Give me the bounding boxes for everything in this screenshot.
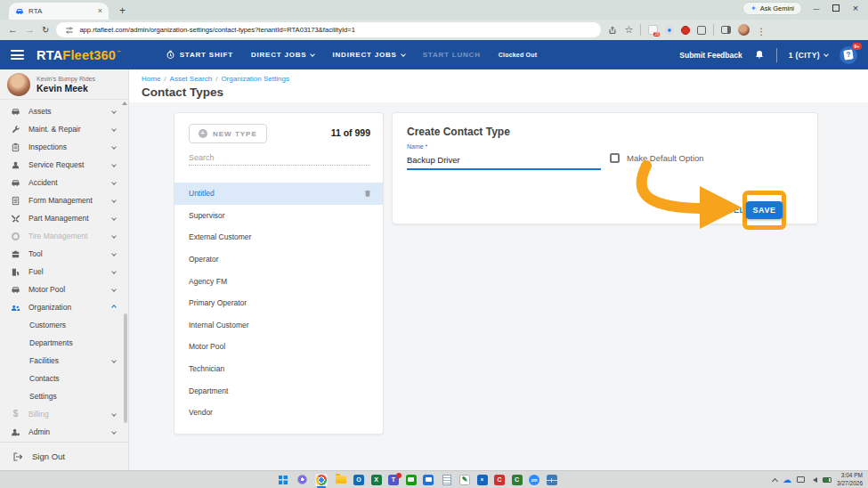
list-item[interactable]: Motor Pool bbox=[174, 336, 383, 358]
help-button[interactable]: 9+ bbox=[840, 46, 857, 64]
reload-button[interactable]: ↻ bbox=[42, 26, 49, 35]
list-item[interactable]: Internal Customer bbox=[174, 314, 383, 337]
brand-rta: RTA bbox=[37, 48, 62, 62]
onedrive-cloud-icon[interactable] bbox=[783, 476, 791, 484]
address-bar[interactable]: app.rtafleet.com/admin/organization-sett… bbox=[56, 22, 601, 37]
camtasia-red-icon[interactable] bbox=[494, 475, 505, 485]
sidebar-item-assets[interactable]: Assets bbox=[0, 102, 128, 120]
start-button[interactable] bbox=[277, 474, 289, 486]
calculator-icon[interactable] bbox=[547, 475, 557, 485]
sidebar-item-customers[interactable]: Customers bbox=[0, 316, 128, 334]
sidebar-item-service-request[interactable]: Service Request bbox=[0, 156, 128, 174]
teams-icon[interactable] bbox=[388, 475, 399, 485]
editor-app-icon[interactable] bbox=[459, 475, 470, 485]
file-explorer-icon[interactable] bbox=[335, 474, 347, 486]
extension-icon-1[interactable]: 28 bbox=[648, 25, 658, 35]
breadcrumb-organization-settings[interactable]: Organization Settings bbox=[221, 75, 289, 83]
zoom-app-icon[interactable] bbox=[529, 475, 539, 485]
bookmark-star-icon[interactable] bbox=[624, 25, 633, 35]
browser-tab[interactable]: RTA bbox=[9, 3, 109, 20]
extension-icon-2[interactable] bbox=[665, 26, 674, 35]
list-item-untitled[interactable]: Untitled bbox=[174, 183, 383, 205]
submit-feedback-button[interactable]: Submit Feedback bbox=[679, 51, 742, 60]
sidebar-item-billing[interactable]: $Billing bbox=[0, 405, 128, 423]
sidebar-item-accident[interactable]: Accident bbox=[0, 174, 128, 191]
camtasia-green-icon[interactable] bbox=[512, 475, 523, 485]
checkbox[interactable] bbox=[610, 153, 620, 163]
browser-menu-icon[interactable] bbox=[757, 22, 766, 38]
sidebar-item-organization[interactable]: Organization bbox=[0, 298, 128, 316]
sidebar-item-contacts[interactable]: Contacts bbox=[0, 370, 128, 387]
sidebar-item-maint-repair[interactable]: Maint. & Repair bbox=[0, 120, 128, 138]
back-button[interactable]: ← bbox=[8, 25, 18, 35]
start-shift-button[interactable]: START SHIFT bbox=[166, 50, 233, 60]
list-item[interactable]: Operator bbox=[174, 248, 383, 271]
tray-expand-chevron-icon[interactable] bbox=[772, 477, 778, 484]
list-item[interactable]: Supervisor bbox=[174, 205, 383, 227]
sidebar-item-motor-pool[interactable]: Motor Pool bbox=[0, 281, 128, 298]
side-panel-icon[interactable] bbox=[721, 26, 731, 34]
sidebar-item-part-management[interactable]: Part Management bbox=[0, 209, 128, 227]
list-item[interactable]: Technician bbox=[174, 358, 383, 380]
battery-icon[interactable] bbox=[823, 477, 831, 483]
display-tray-icon[interactable] bbox=[797, 476, 805, 483]
breadcrumb-home[interactable]: Home bbox=[142, 75, 160, 83]
sidebar-item-tire-management[interactable]: Tire Management bbox=[0, 227, 128, 245]
taskbar-clock[interactable]: 3:04 PM 3/27/2026 bbox=[837, 472, 863, 488]
trash-icon[interactable] bbox=[363, 189, 372, 198]
sidebar-item-inspections[interactable]: Inspections bbox=[0, 138, 128, 156]
close-tab-icon[interactable] bbox=[98, 7, 102, 15]
extensions-puzzle-icon[interactable] bbox=[697, 26, 706, 35]
browser-profile-avatar[interactable] bbox=[738, 24, 750, 36]
breadcrumb-asset-search[interactable]: Asset Search bbox=[170, 75, 213, 83]
sidebar-item-departments[interactable]: Departments bbox=[0, 334, 128, 352]
url-text[interactable]: app.rtafleet.com/admin/organization-sett… bbox=[79, 26, 355, 34]
sign-out-button[interactable]: Sign Out bbox=[0, 442, 128, 470]
scrollbar-thumb[interactable] bbox=[124, 313, 128, 423]
notifications-bell-icon[interactable] bbox=[754, 50, 765, 61]
sidebar-item-admin[interactable]: Admin bbox=[0, 423, 128, 441]
new-type-button[interactable]: NEW TYPE bbox=[189, 124, 267, 143]
new-tab-button[interactable] bbox=[119, 5, 126, 20]
list-item[interactable]: Primary Operator bbox=[174, 292, 383, 314]
hamburger-menu-icon[interactable] bbox=[11, 50, 24, 60]
facility-selector[interactable]: 1 (CITY) bbox=[789, 51, 828, 60]
list-item[interactable]: Agency FM bbox=[174, 270, 383, 292]
outlook-icon[interactable] bbox=[353, 475, 364, 485]
share-icon[interactable] bbox=[608, 26, 617, 35]
list-item[interactable]: Vendor bbox=[174, 402, 383, 424]
window-minimize-button[interactable] bbox=[811, 4, 822, 12]
extension-icon-3[interactable] bbox=[681, 26, 690, 35]
indirect-jobs-menu[interactable]: INDIRECT JOBS bbox=[332, 51, 404, 59]
user-profile-card[interactable]: Kevin's Bumpy Rides Kevin Meek bbox=[0, 69, 128, 100]
sidebar-item-form-management[interactable]: Form Management bbox=[0, 191, 128, 209]
scroll-up-arrow[interactable] bbox=[122, 102, 127, 105]
sidebar-item-settings[interactable]: Settings bbox=[0, 387, 128, 405]
sidebar-scrollbar[interactable] bbox=[122, 102, 127, 442]
breadcrumb: Home / Asset Search / Organization Setti… bbox=[142, 75, 868, 83]
mail-app-icon[interactable] bbox=[423, 475, 434, 485]
make-default-option[interactable]: Make Default Option bbox=[610, 153, 704, 163]
list-item[interactable]: Department bbox=[174, 379, 383, 402]
excel-icon[interactable] bbox=[371, 475, 382, 485]
window-maximize-button[interactable] bbox=[832, 4, 840, 12]
sidebar-item-fuel[interactable]: Fuel bbox=[0, 263, 128, 281]
window-close-button[interactable] bbox=[850, 4, 861, 13]
direct-jobs-menu[interactable]: DIRECT JOBS bbox=[251, 51, 315, 59]
database-app-icon[interactable] bbox=[477, 475, 488, 485]
search-input[interactable] bbox=[189, 150, 370, 166]
capture-tool-icon[interactable] bbox=[296, 474, 309, 486]
forward-button[interactable]: → bbox=[25, 25, 35, 35]
name-input[interactable] bbox=[407, 152, 601, 170]
screen-share-icon[interactable] bbox=[406, 475, 417, 485]
notepad-icon[interactable] bbox=[441, 474, 453, 486]
site-info-icon[interactable] bbox=[65, 26, 74, 35]
cancel-button[interactable]: CANCEL bbox=[709, 206, 745, 215]
ask-gemini-button[interactable]: Ask Gemini bbox=[742, 2, 802, 15]
save-button[interactable]: SAVE bbox=[746, 201, 783, 219]
sidebar-item-facilities[interactable]: Facilities bbox=[0, 352, 128, 370]
speaker-icon[interactable] bbox=[810, 477, 817, 483]
sidebar-item-tool[interactable]: Tool bbox=[0, 245, 128, 263]
list-item[interactable]: External Customer bbox=[174, 226, 383, 248]
chrome-icon[interactable] bbox=[315, 474, 328, 486]
